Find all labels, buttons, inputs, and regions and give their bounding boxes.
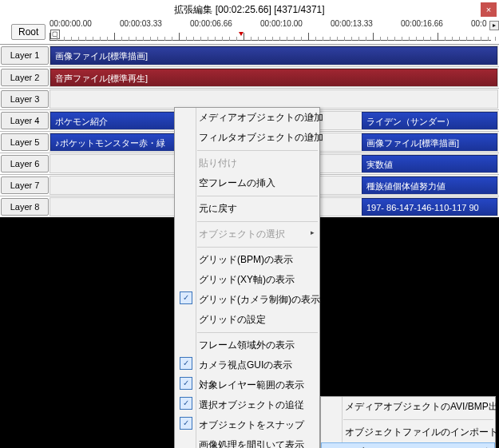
layer-label[interactable]: Layer 1 bbox=[1, 46, 49, 65]
check-icon: ✓ bbox=[180, 357, 192, 370]
layer-label[interactable]: Layer 5 bbox=[1, 133, 49, 151]
menu-item[interactable]: カメラ視点GUIの表示✓ bbox=[175, 355, 319, 375]
menu-item[interactable]: フレーム領域外の表示 bbox=[175, 335, 319, 355]
menu-item[interactable]: メディアオブジェクトの追加 bbox=[175, 108, 319, 128]
close-button[interactable]: × bbox=[481, 2, 497, 17]
menu-item[interactable]: 選択オブジェクトの追従✓ bbox=[175, 395, 319, 415]
layer-label[interactable]: Layer 6 bbox=[1, 155, 49, 172]
timeline-clip[interactable]: 197- 86-147-146-110-117 90 bbox=[362, 198, 497, 216]
timeline-clip[interactable]: ♪ポケットモンスター赤・緑 bbox=[50, 133, 179, 151]
titlebar: 拡張編集 [00:02:25.66] [4371/4371] × bbox=[0, 0, 499, 19]
check-icon: ✓ bbox=[180, 377, 192, 390]
ruler-time-label: 00:00:00.00 bbox=[50, 19, 120, 28]
header: 拡張編集 [00:02:25.66] [4371/4371] × Root ▢ … bbox=[0, 0, 499, 45]
layer-label[interactable]: Layer 3 bbox=[1, 90, 49, 108]
menu-item[interactable]: グリッド(カメラ制御)の表示✓ bbox=[175, 290, 319, 310]
check-icon: ✓ bbox=[180, 397, 192, 410]
ruler-time-label: 00:00:06.66 bbox=[190, 19, 260, 28]
menu-item: 貼り付け bbox=[175, 153, 319, 173]
layer-label[interactable]: Layer 4 bbox=[1, 112, 49, 129]
menu-item[interactable]: フィルタオブジェクトの追加 bbox=[175, 128, 319, 148]
timeline-clip[interactable]: 音声ファイル[標準再生] bbox=[50, 69, 497, 86]
playhead-icon[interactable] bbox=[239, 32, 244, 36]
ruler-time-label: 00:00:16.66 bbox=[401, 19, 471, 28]
menu-item[interactable]: グリッドの設定 bbox=[175, 310, 319, 330]
layer-label[interactable]: Layer 2 bbox=[1, 69, 49, 86]
menu-item[interactable]: グリッド(XY軸)の表示 bbox=[175, 270, 319, 290]
timeline-clip[interactable]: 種族値個体値努力値 bbox=[362, 176, 497, 194]
layer-label[interactable]: Layer 7 bbox=[1, 176, 49, 194]
ruler-time-label: 00:00:10.00 bbox=[260, 19, 331, 28]
check-icon: ✓ bbox=[180, 417, 192, 430]
layer-lane[interactable] bbox=[50, 89, 498, 109]
menu-item[interactable]: 画像処理を間引いて表示 bbox=[175, 435, 319, 448]
timeline-ruler[interactable]: 00:00:00.0000:00:03.3300:00:06.6600:00:1… bbox=[50, 19, 491, 43]
menu-item[interactable]: 元に戻す bbox=[175, 199, 319, 219]
timeline-clip[interactable]: ライデン（サンダー） bbox=[362, 112, 497, 129]
check-icon: ✓ bbox=[180, 291, 192, 304]
layer-label[interactable]: Layer 8 bbox=[1, 198, 49, 216]
menu-item[interactable]: 空フレームの挿入 bbox=[175, 173, 319, 193]
timeline-clip[interactable]: 実数値 bbox=[362, 155, 497, 172]
menu-item[interactable]: グリッド(BPM)の表示 bbox=[175, 250, 319, 270]
root-button[interactable]: Root bbox=[11, 24, 46, 40]
menu-item[interactable]: オブジェクトファイルのインポート bbox=[321, 422, 495, 442]
timeline-clip[interactable]: 画像ファイル[標準描画] bbox=[50, 46, 497, 65]
context-menu[interactable]: メディアオブジェクトの追加フィルタオブジェクトの追加貼り付け空フレームの挿入元に… bbox=[174, 107, 320, 448]
timeline-clip[interactable]: 画像ファイル[標準描画] bbox=[362, 133, 497, 151]
layer-lane[interactable]: 画像ファイル[標準描画] bbox=[50, 46, 498, 65]
menu-item[interactable]: オブジェクトファイルのエクスポート bbox=[321, 442, 495, 448]
menu-item[interactable]: メディアオブジェクトのAVI/BMP出力(RGBA) bbox=[321, 397, 495, 417]
ruler-time-label: 00:00:03.33 bbox=[120, 19, 190, 28]
menu-item: オブジェクトの選択 bbox=[175, 224, 319, 244]
window-title: 拡張編集 [00:02:25.66] [4371/4371] bbox=[174, 3, 324, 17]
menu-item[interactable]: 対象レイヤー範囲の表示✓ bbox=[175, 375, 319, 395]
ruler-time-label: 00:00:13.33 bbox=[331, 19, 401, 28]
file-submenu[interactable]: メディアオブジェクトのAVI/BMP出力(RGBA)オブジェクトファイルのインポ… bbox=[320, 396, 496, 448]
layer-lane[interactable]: 音声ファイル[標準再生] bbox=[50, 68, 498, 87]
scroll-right-button[interactable]: ▸ bbox=[489, 21, 499, 30]
timeline-clip[interactable]: ポケモン紹介 bbox=[50, 112, 179, 129]
menu-item[interactable]: オブジェクトをスナップ✓ bbox=[175, 415, 319, 435]
